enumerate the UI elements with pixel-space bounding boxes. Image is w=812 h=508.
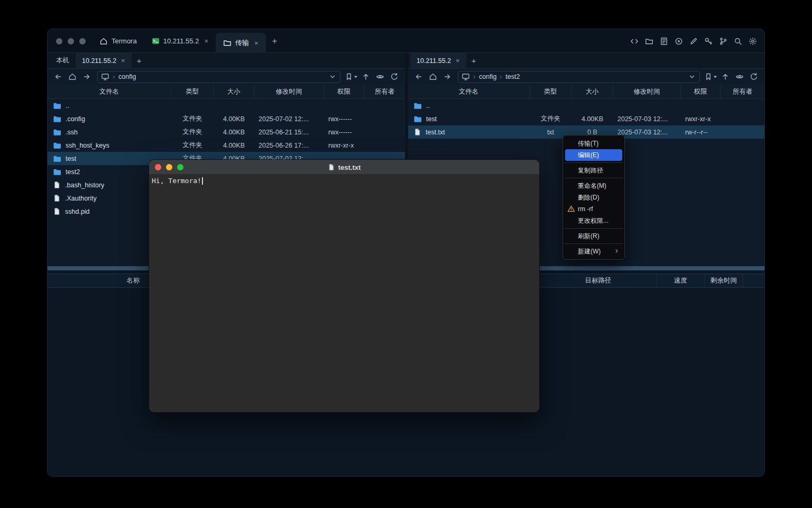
path-segment[interactable]: config xyxy=(479,73,496,80)
path-bar[interactable]: configtest2 xyxy=(458,71,700,83)
tab-label: Termora xyxy=(112,37,137,45)
upload-button[interactable] xyxy=(719,70,732,83)
column-header[interactable]: 类型 xyxy=(530,85,571,98)
computer-icon xyxy=(101,72,109,81)
column-header[interactable]: 文件名 xyxy=(48,85,171,98)
menu-item-7[interactable]: rm -rf xyxy=(565,203,622,215)
file-row-..[interactable]: .. xyxy=(408,99,764,112)
record-icon[interactable] xyxy=(675,37,683,46)
right_pane-tab-0[interactable]: 10.211.55.2× xyxy=(410,53,466,68)
menu-item-6[interactable]: 删除(D) xyxy=(565,192,622,203)
file-owner xyxy=(364,125,405,139)
document-icon xyxy=(328,164,335,171)
menu-item-5[interactable]: 重命名(M) xyxy=(565,180,622,192)
editor-content[interactable]: Hi, Termora! xyxy=(149,175,539,187)
menu-item-12[interactable]: 新建(W) xyxy=(565,246,622,257)
window-tab-2[interactable]: 传输× xyxy=(216,33,266,53)
close-tab-icon[interactable]: × xyxy=(204,37,208,45)
menu-item-1[interactable]: 编辑(E) xyxy=(565,149,622,161)
file-owner xyxy=(721,99,764,112)
column-header[interactable]: 权限 xyxy=(681,85,721,98)
editor-titlebar[interactable]: test.txt xyxy=(149,160,539,175)
forward-button[interactable] xyxy=(80,70,93,83)
path-segment[interactable]: config xyxy=(118,73,136,80)
right_pane-new-tab-button[interactable]: + xyxy=(466,53,482,68)
close-tab-icon[interactable]: × xyxy=(254,39,259,47)
upload-button[interactable] xyxy=(359,70,372,83)
chevron-down-icon[interactable] xyxy=(688,72,696,81)
file-name: test xyxy=(66,155,76,162)
minimize-window-button[interactable] xyxy=(68,38,74,44)
column-header[interactable]: 所有者 xyxy=(721,85,764,98)
left_pane-tabs: 本机10.211.55.2×+ xyxy=(48,53,405,69)
editor-minimize-button[interactable] xyxy=(166,164,172,170)
tab-label: 传输 xyxy=(235,38,249,48)
log-icon[interactable] xyxy=(660,37,668,46)
menu-item-8[interactable]: 更改权限... xyxy=(565,215,622,226)
file-row-test[interactable]: test文件夹4.00KB2025-07-03 12:...rwxr-xr-x xyxy=(408,112,764,125)
bookmark-button[interactable] xyxy=(345,70,358,83)
file-row-.ssh[interactable]: .ssh文件夹4.00KB2025-06-21 15:...rwx------ xyxy=(48,125,405,139)
column-header[interactable]: 所有者 xyxy=(364,85,405,98)
transfer-column-header[interactable]: 剩余时间 xyxy=(704,274,743,287)
back-button[interactable] xyxy=(412,70,425,83)
column-header[interactable]: 大小 xyxy=(571,85,613,98)
chevron-down-icon[interactable] xyxy=(328,72,337,81)
path-bar[interactable]: config xyxy=(97,71,340,83)
column-header[interactable]: 类型 xyxy=(171,85,214,98)
new-window-tab-button[interactable]: + xyxy=(266,29,284,53)
bookmark-button[interactable] xyxy=(704,70,717,83)
left_pane-toolbar: config xyxy=(48,69,405,85)
column-header[interactable]: 权限 xyxy=(324,85,364,98)
menu-item-label: 编辑(E) xyxy=(578,151,599,159)
left_pane-tab-0[interactable]: 本机 xyxy=(50,53,76,68)
file-owner xyxy=(364,139,405,152)
column-header[interactable]: 修改时间 xyxy=(254,85,324,98)
column-header[interactable]: 修改时间 xyxy=(613,85,681,98)
zoom-window-button[interactable] xyxy=(79,38,86,44)
window-tab-1[interactable]: 10.211.55.2× xyxy=(144,29,216,53)
close-tab-icon[interactable]: × xyxy=(456,57,460,65)
window-tab-0[interactable]: Termora xyxy=(92,29,144,53)
column-header[interactable]: 文件名 xyxy=(408,85,530,98)
code-icon[interactable] xyxy=(630,37,639,46)
folder-icon xyxy=(413,102,422,110)
menu-item-0[interactable]: 传输(T) xyxy=(565,138,622,149)
left_pane-new-tab-button[interactable]: + xyxy=(132,53,147,68)
menu-item-label: 删除(D) xyxy=(578,194,599,201)
key-icon[interactable] xyxy=(704,37,713,46)
close-window-button[interactable] xyxy=(56,38,62,44)
file-name: test xyxy=(426,115,437,123)
refresh-button[interactable] xyxy=(388,70,401,83)
editor-close-button[interactable] xyxy=(155,164,161,170)
file-permissions: rwxr-xr-x xyxy=(324,139,364,152)
branch-icon[interactable] xyxy=(719,37,727,46)
back-button[interactable] xyxy=(52,70,64,83)
home-icon xyxy=(99,37,108,46)
transfer-column-header[interactable]: 目标路径 xyxy=(539,274,657,287)
gear-icon[interactable] xyxy=(749,37,757,46)
forward-button[interactable] xyxy=(441,70,454,83)
refresh-button[interactable] xyxy=(748,70,760,83)
file-row-..[interactable]: .. xyxy=(48,99,405,112)
pencil-icon[interactable] xyxy=(689,37,698,46)
path-segment[interactable]: test2 xyxy=(505,73,520,80)
left_pane-tab-1[interactable]: 10.211.55.2× xyxy=(76,53,132,68)
file-row-ssh_host_keys[interactable]: ssh_host_keys文件夹4.00KB2025-06-26 17:...r… xyxy=(48,139,405,152)
menu-item-3[interactable]: 复制路径 xyxy=(565,165,622,176)
column-header[interactable]: 大小 xyxy=(214,85,254,98)
folder-outline-icon[interactable] xyxy=(645,37,653,46)
close-tab-icon[interactable]: × xyxy=(121,57,125,65)
show-hidden-button[interactable] xyxy=(374,70,386,83)
menu-item-10[interactable]: 刷新(R) xyxy=(565,230,622,242)
editor-zoom-button[interactable] xyxy=(177,164,183,170)
editor-window: test.txt Hi, Termora! xyxy=(149,160,539,412)
search-icon[interactable] xyxy=(734,37,742,46)
file-type: 文件夹 xyxy=(530,112,571,125)
show-hidden-button[interactable] xyxy=(733,70,746,83)
folder-icon xyxy=(53,141,61,150)
file-row-.config[interactable]: .config文件夹4.00KB2025-07-02 12:...rwx----… xyxy=(48,112,405,125)
transfer-column-header[interactable]: 速度 xyxy=(657,274,704,287)
home-button[interactable] xyxy=(66,70,79,83)
home-button[interactable] xyxy=(427,70,439,83)
